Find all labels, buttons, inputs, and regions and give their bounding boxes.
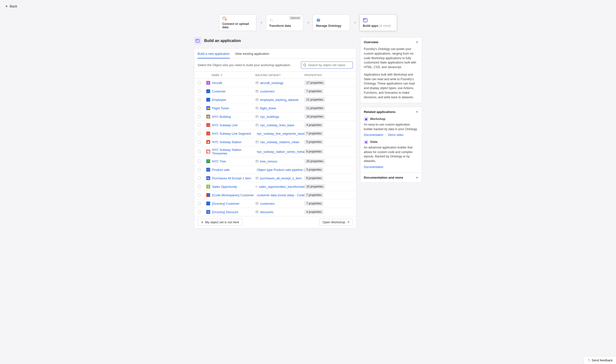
table-row[interactable]: %[Grocery] Discountdiscounts4 properties — [194, 208, 356, 216]
tab-view-existing[interactable]: View existing application — [235, 51, 269, 58]
stepper: Connect or upload dataTransform dataOpti… — [0, 9, 616, 37]
col-properties[interactable]: PROPERTIES — [304, 74, 353, 77]
row-radio[interactable] — [198, 106, 201, 110]
table-row[interactable]: ◉NYC Subway Stationnyc_subway_stations_c… — [194, 138, 356, 146]
row-radio[interactable] — [198, 176, 201, 180]
properties-badge: 21 properties — [304, 97, 325, 102]
object-name-cell[interactable]: 🌳NYC Tree — [206, 159, 255, 163]
object-name-cell[interactable]: ◉NYC Subway Station — [206, 140, 255, 144]
properties-badge: 3 properties — [304, 167, 323, 172]
object-name-cell[interactable]: 👤[Code Workspaces] Customer — [206, 193, 255, 197]
object-name-cell[interactable]: %[Grocery] Discount — [206, 210, 255, 214]
table-row[interactable]: 🛍Purchases All Except 1 Itempurchases_al… — [194, 174, 356, 182]
dataset-link[interactable]: sales_opportunities_transformed — [255, 185, 304, 189]
row-radio[interactable] — [198, 115, 201, 118]
svg-rect-16 — [256, 160, 258, 162]
row-radio[interactable] — [198, 193, 201, 197]
row-radio[interactable] — [198, 210, 201, 214]
dataset-link[interactable]: Object type Product sale pipeline outp — [255, 168, 304, 172]
col-name[interactable]: NAME — [206, 74, 255, 77]
table-row[interactable]: $Sales Opportunitysales_opportunities_tr… — [194, 182, 356, 191]
object-name-cell[interactable]: $Sales Opportunity — [206, 185, 255, 189]
object-name-cell[interactable]: ✈Aircraft — [206, 81, 255, 85]
row-radio[interactable] — [198, 123, 201, 127]
grid-icon — [255, 202, 259, 205]
object-name-cell[interactable]: 🛒Product sale — [206, 168, 255, 172]
properties-badge: 4 properties — [304, 209, 323, 214]
row-radio[interactable] — [198, 140, 201, 144]
step-transform-data[interactable]: Transform dataOptional — [266, 14, 303, 31]
table-row[interactable]: ✈Aircraftaircraft_ontology17 properties — [194, 79, 356, 87]
step-connect-or-upload-data[interactable]: Connect or upload data — [219, 14, 256, 31]
workshop-doc-link[interactable]: Documentation — [364, 133, 383, 137]
dataset-link[interactable]: nyc_buildings — [255, 115, 304, 118]
dataset-link[interactable]: customer data (mock data) - Code Wor — [255, 193, 304, 197]
row-radio[interactable] — [198, 159, 201, 163]
dataset-link[interactable]: nyc_subway_line_segments_base — [255, 132, 304, 135]
dataset-link[interactable]: flight_ticket — [255, 106, 304, 110]
chevron-up-icon — [415, 41, 418, 44]
object-name-cell[interactable]: 👤[Grocery] Customer — [206, 202, 255, 205]
dataset-link[interactable]: customers — [255, 202, 304, 205]
table-row[interactable]: 🏢NYC Buildingnyc_buildings16 properties — [194, 113, 356, 121]
dataset-link[interactable]: tree_census — [255, 159, 304, 163]
row-radio[interactable] — [198, 132, 201, 135]
col-backing[interactable]: BACKING DATASET — [255, 74, 304, 77]
table-row[interactable]: 👤[Code Workspaces] Customercustomer data… — [194, 191, 356, 199]
row-radio[interactable] — [198, 90, 201, 93]
grid-icon — [255, 106, 259, 110]
svg-rect-19 — [255, 186, 257, 187]
table-row[interactable]: 👤Employeeemployee_backing_dataset21 prop… — [194, 96, 356, 104]
dataset-link[interactable]: nyc_subway_station_series_metadata — [255, 150, 304, 154]
object-name-cell[interactable]: 🛍Purchases All Except 1 Item — [206, 176, 255, 180]
dataset-link[interactable]: nyc_subway_stations_clean — [255, 140, 304, 144]
properties-badge: 7 properties — [304, 193, 323, 197]
row-radio[interactable] — [198, 202, 201, 205]
properties-badge: 6 properties — [304, 149, 323, 154]
row-radio[interactable] — [198, 150, 201, 153]
object-name-cell[interactable]: 👤Customer — [206, 89, 255, 93]
table-row[interactable]: 👤Customercustomers7 properties — [194, 87, 356, 96]
search-input-wrapper[interactable] — [301, 62, 353, 68]
chevron-down-icon — [415, 176, 418, 179]
grid-icon — [255, 185, 257, 188]
dataset-link[interactable]: aircraft_ontology — [255, 81, 304, 85]
table-row[interactable]: 🎫Flight Ticketflight_ticket11 properties — [194, 104, 356, 113]
object-name-cell[interactable]: ↔NYC Subway Line Segment — [206, 131, 255, 135]
row-radio[interactable] — [198, 185, 201, 188]
dataset-link[interactable]: customers — [255, 90, 304, 93]
chevron-up-icon — [415, 111, 418, 114]
table-row[interactable]: 🛒Product saleObject type Product sale pi… — [194, 166, 356, 174]
object-name-cell[interactable]: 👤Employee — [206, 98, 255, 102]
object-name-cell[interactable]: —NYC Subway Line — [206, 123, 255, 127]
table-row[interactable]: 👤[Grocery] Customercustomers7 properties — [194, 199, 356, 208]
table-row[interactable]: ↔NYC Subway Line Segmentnyc_subway_line_… — [194, 129, 356, 138]
dataset-link[interactable]: employee_backing_dataset — [255, 98, 304, 102]
not-here-button[interactable]: My object set is not here — [198, 219, 242, 226]
step-manage-ontology[interactable]: Manage Ontology — [313, 14, 350, 31]
doc-more-toggle[interactable]: Documentation and more — [361, 173, 422, 182]
table-row[interactable]: —NYC Subway Linenyc_subway_lines_base4 p… — [194, 121, 356, 129]
table-row[interactable]: 📈NYC Subway Station Timeseriesnyc_subway… — [194, 146, 356, 157]
search-input[interactable] — [308, 63, 350, 67]
back-button[interactable]: Back — [5, 4, 17, 8]
svg-rect-3 — [364, 19, 365, 20]
tab-build-new[interactable]: Build a new application — [198, 51, 230, 58]
workshop-demo-link[interactable]: Demo video — [388, 133, 403, 137]
row-radio[interactable] — [198, 98, 201, 101]
dataset-link[interactable]: nyc_subway_lines_base — [255, 123, 304, 127]
slate-doc-link[interactable]: Documentation — [364, 165, 383, 169]
step-build-apps[interactable]: Build apps (& more) — [360, 14, 397, 31]
table-row[interactable]: 🌳NYC Treetree_census25 properties — [194, 157, 356, 166]
dataset-link[interactable]: discounts — [255, 210, 304, 214]
object-name-cell[interactable]: 🎫Flight Ticket — [206, 106, 255, 110]
related-toggle[interactable]: Related applications — [361, 107, 422, 117]
dataset-link[interactable]: purchases_all_except_1_item — [255, 176, 304, 180]
object-name-cell[interactable]: 📈NYC Subway Station Timeseries — [206, 148, 255, 155]
open-workshop-button[interactable]: Open Workshop — [319, 219, 353, 226]
overview-toggle[interactable]: Overview — [361, 38, 422, 47]
row-radio[interactable] — [198, 168, 201, 171]
object-name-cell[interactable]: 🏢NYC Building — [206, 115, 255, 118]
grid-icon — [255, 140, 259, 144]
row-radio[interactable] — [198, 81, 201, 84]
